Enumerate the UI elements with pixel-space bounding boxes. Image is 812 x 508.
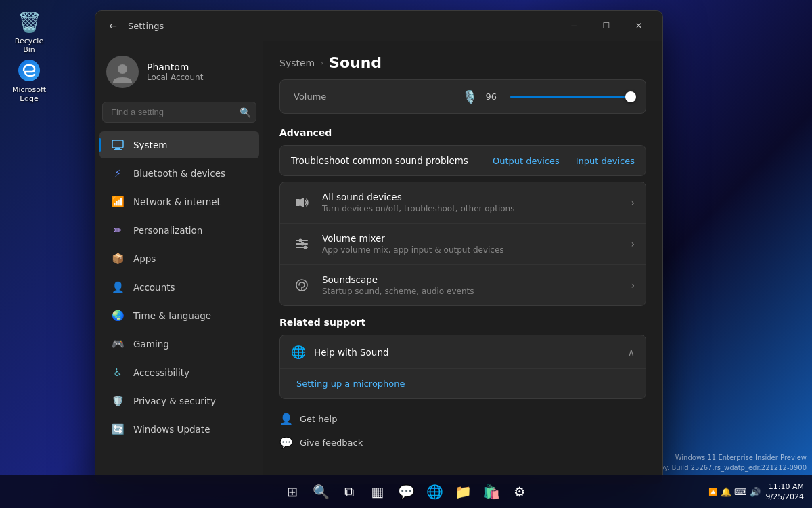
sidebar-item-label-system: System bbox=[133, 140, 167, 150]
input-devices-link[interactable]: Input devices bbox=[576, 156, 635, 166]
maximize-button[interactable]: ☐ bbox=[591, 15, 622, 37]
bluetooth-icon: ⚡ bbox=[110, 166, 125, 181]
svg-rect-6 bbox=[296, 199, 300, 206]
footer-links: 👤 Get help 💬 Give feedback bbox=[279, 410, 646, 452]
sidebar: Phantom Local Account 🔍 bbox=[95, 41, 263, 484]
soundscape-sub: Startup sound, scheme, audio events bbox=[322, 287, 631, 296]
give-feedback-link[interactable]: 💬 Give feedback bbox=[279, 433, 646, 452]
svg-rect-5 bbox=[114, 149, 122, 150]
svg-point-0 bbox=[18, 60, 40, 81]
network-icon: 📶 bbox=[110, 194, 125, 209]
taskbar-explorer-button[interactable]: 📁 bbox=[451, 480, 475, 504]
troubleshoot-links: Output devices Input devices bbox=[493, 156, 635, 166]
sidebar-item-label-personalization: Personalization bbox=[133, 225, 202, 236]
sidebar-item-system[interactable]: System bbox=[99, 131, 259, 158]
breadcrumb-arrow: › bbox=[320, 58, 323, 68]
give-feedback-label: Give feedback bbox=[300, 438, 363, 448]
close-button[interactable]: ✕ bbox=[623, 15, 654, 37]
sidebar-item-network[interactable]: 📶 Network & internet bbox=[99, 188, 259, 215]
gaming-icon: 🎮 bbox=[110, 337, 125, 352]
soundscape-icon bbox=[291, 274, 313, 296]
svg-rect-3 bbox=[112, 140, 123, 148]
sidebar-item-accessibility[interactable]: ♿ Accessibility bbox=[99, 359, 259, 386]
sidebar-item-windows-update[interactable]: 🔄 Windows Update bbox=[99, 416, 259, 443]
edge-label: Microsoft Edge bbox=[8, 85, 50, 103]
search-box: 🔍 bbox=[102, 102, 256, 123]
soundscape-title: Soundscape bbox=[322, 274, 631, 285]
advanced-heading: Advanced bbox=[279, 127, 646, 138]
sidebar-item-time[interactable]: 🌏 Time & language bbox=[99, 302, 259, 329]
personalization-icon: ✏️ bbox=[110, 223, 125, 238]
sidebar-item-label-bluetooth: Bluetooth & devices bbox=[133, 168, 225, 179]
related-support-heading: Related support bbox=[279, 317, 646, 328]
volume-mixer-content: Volume mixer App volume mix, app input &… bbox=[322, 233, 631, 255]
search-icon[interactable]: 🔍 bbox=[240, 107, 251, 118]
taskbar-clock[interactable]: 11:10 AM 9/25/2024 bbox=[766, 482, 804, 503]
volume-fill bbox=[510, 96, 627, 98]
taskbar-start-button[interactable]: ⊞ bbox=[280, 480, 304, 504]
taskbar-taskview-button[interactable]: ⧉ bbox=[337, 480, 361, 504]
all-sound-devices-chevron: › bbox=[631, 197, 635, 208]
sidebar-item-label-time: Time & language bbox=[133, 310, 211, 321]
search-input[interactable] bbox=[102, 102, 256, 123]
taskbar-settings-button[interactable]: ⚙️ bbox=[508, 480, 532, 504]
desktop-icon-edge[interactable]: Microsoft Edge bbox=[5, 54, 53, 106]
sidebar-item-label-accounts: Accounts bbox=[133, 282, 175, 293]
svg-point-17 bbox=[301, 289, 302, 291]
volume-mixer-row[interactable]: Volume mixer App volume mix, app input &… bbox=[280, 224, 646, 265]
recycle-bin-label: Recycle Bin bbox=[8, 37, 50, 54]
volume-slider[interactable] bbox=[510, 96, 632, 98]
volume-mixer-sub: App volume mix, app input & output devic… bbox=[322, 245, 631, 255]
taskbar-edge-button[interactable]: 🌐 bbox=[422, 480, 447, 504]
windows-update-icon: 🔄 bbox=[110, 422, 125, 437]
desktop-icon-recycle-bin[interactable]: 🗑️ Recycle Bin bbox=[5, 5, 53, 57]
tray-volume-icon[interactable]: 🔊 bbox=[750, 487, 761, 497]
get-help-label: Get help bbox=[300, 414, 337, 424]
taskbar: ⊞ 🔍 ⧉ ▦ 💬 🌐 📁 🛍️ ⚙️ 🔼 🔔 ⌨️ 🔊 11:10 AM 9/… bbox=[0, 475, 812, 508]
settings-body: Phantom Local Account 🔍 bbox=[95, 41, 662, 484]
taskbar-search-button[interactable]: 🔍 bbox=[309, 480, 333, 504]
back-button[interactable]: ← bbox=[104, 16, 122, 35]
sidebar-item-privacy[interactable]: 🛡️ Privacy & security bbox=[99, 387, 259, 415]
soundscape-row[interactable]: Soundscape Startup sound, scheme, audio … bbox=[280, 265, 646, 305]
tray-keyboard-icon[interactable]: ⌨️ bbox=[734, 487, 747, 497]
all-sound-devices-icon bbox=[291, 192, 313, 213]
get-help-link[interactable]: 👤 Get help bbox=[279, 410, 646, 428]
sidebar-item-label-network: Network & internet bbox=[133, 196, 221, 207]
window-title: Settings bbox=[128, 21, 558, 31]
taskbar-store-button[interactable]: 🛍️ bbox=[479, 480, 503, 504]
volume-mic-icon: 🎙️ bbox=[462, 89, 477, 104]
sidebar-item-accounts[interactable]: 👤 Accounts bbox=[99, 274, 259, 301]
sidebar-item-apps[interactable]: 📦 Apps bbox=[99, 245, 259, 272]
tray-chevron-icon[interactable]: 🔼 bbox=[708, 488, 718, 496]
soundscape-chevron: › bbox=[631, 280, 635, 291]
sidebar-item-bluetooth[interactable]: ⚡ Bluetooth & devices bbox=[99, 160, 259, 187]
all-sound-devices-content: All sound devices Turn devices on/off, t… bbox=[322, 192, 631, 213]
help-with-sound-header[interactable]: 🌐 Help with Sound ∧ bbox=[280, 335, 646, 369]
soundscape-content: Soundscape Startup sound, scheme, audio … bbox=[322, 274, 631, 296]
taskbar-widgets-button[interactable]: ▦ bbox=[365, 480, 390, 504]
sidebar-item-label-accessibility: Accessibility bbox=[133, 367, 189, 378]
desktop: 🗑️ Recycle Bin Microsoft Edge ⊞ 🔍 ⧉ bbox=[0, 0, 812, 508]
taskbar-center: ⊞ 🔍 ⧉ ▦ 💬 🌐 📁 🛍️ ⚙️ bbox=[280, 480, 532, 504]
sidebar-item-gaming[interactable]: 🎮 Gaming bbox=[99, 331, 259, 358]
minimize-button[interactable]: − bbox=[558, 15, 589, 37]
all-sound-devices-row[interactable]: All sound devices Turn devices on/off, t… bbox=[280, 182, 646, 224]
troubleshoot-title: Troubleshoot common sound problems bbox=[291, 155, 493, 166]
apps-icon: 📦 bbox=[110, 251, 125, 266]
breadcrumb-parent[interactable]: System bbox=[279, 58, 315, 68]
title-bar: ← Settings − ☐ ✕ bbox=[95, 11, 662, 41]
svg-point-2 bbox=[118, 64, 127, 74]
volume-mixer-chevron: › bbox=[631, 238, 635, 249]
user-profile[interactable]: Phantom Local Account bbox=[95, 49, 263, 102]
sidebar-item-personalization[interactable]: ✏️ Personalization bbox=[99, 217, 259, 244]
output-devices-link[interactable]: Output devices bbox=[493, 156, 560, 166]
volume-label: Volume bbox=[294, 91, 454, 102]
taskbar-teams-button[interactable]: 💬 bbox=[394, 480, 418, 504]
tray-notif-icon[interactable]: 🔔 bbox=[721, 487, 731, 497]
edge-icon bbox=[16, 57, 43, 84]
user-type: Local Account bbox=[147, 72, 203, 82]
all-sound-devices-sub: Turn devices on/off, troubleshoot, other… bbox=[322, 204, 631, 213]
setup-microphone-link[interactable]: Setting up a microphone bbox=[280, 369, 646, 398]
get-help-icon: 👤 bbox=[279, 412, 293, 425]
